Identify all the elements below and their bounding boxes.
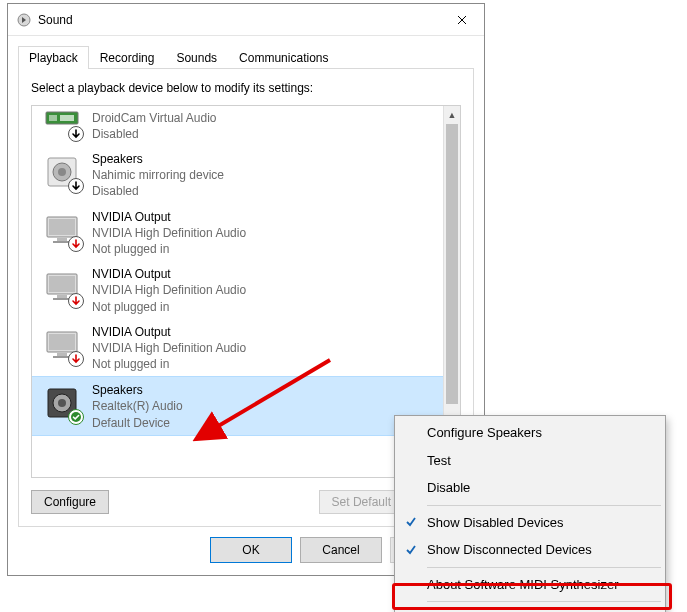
menu-item-about-midi[interactable]: About Software MIDI Synthesizer <box>397 571 663 599</box>
device-desc: NVIDIA High Definition Audio <box>92 282 246 298</box>
svg-point-21 <box>58 399 66 407</box>
device-status: Default Device <box>92 415 183 431</box>
device-name: Speakers <box>92 151 224 167</box>
scroll-up-icon[interactable]: ▲ <box>444 106 460 123</box>
status-badge-down-red-icon <box>68 351 84 367</box>
check-icon <box>403 514 419 530</box>
svg-rect-3 <box>60 115 74 121</box>
device-status: Not plugged in <box>92 241 246 257</box>
device-item[interactable]: DroidCam Virtual Audio Disabled <box>32 106 443 146</box>
menu-separator <box>427 601 661 602</box>
device-name: NVIDIA Output <box>92 266 246 282</box>
svg-rect-13 <box>57 295 67 298</box>
status-badge-down-icon <box>68 178 84 194</box>
device-text: NVIDIA Output NVIDIA High Definition Aud… <box>92 323 246 373</box>
device-name: NVIDIA Output <box>92 324 246 340</box>
svg-rect-17 <box>57 353 67 356</box>
titlebar: Sound <box>8 4 484 36</box>
svg-rect-2 <box>49 115 57 121</box>
device-item[interactable]: NVIDIA Output NVIDIA High Definition Aud… <box>32 319 443 377</box>
device-text: DroidCam Virtual Audio Disabled <box>92 109 217 142</box>
menu-label: About Software MIDI Synthesizer <box>427 577 618 592</box>
menu-item-disable[interactable]: Disable <box>397 474 663 502</box>
device-item[interactable]: NVIDIA Output NVIDIA High Definition Aud… <box>32 261 443 319</box>
device-text: NVIDIA Output NVIDIA High Definition Aud… <box>92 208 246 258</box>
menu-item-properties[interactable]: Properties <box>397 605 663 612</box>
svg-rect-12 <box>49 276 75 292</box>
device-status: Disabled <box>92 126 217 142</box>
menu-item-test[interactable]: Test <box>397 447 663 475</box>
configure-button[interactable]: Configure <box>31 490 109 514</box>
tab-label: Communications <box>239 51 328 65</box>
device-text: NVIDIA Output NVIDIA High Definition Aud… <box>92 265 246 315</box>
close-icon <box>457 12 467 28</box>
device-text: Speakers Realtek(R) Audio Default Device <box>92 381 183 431</box>
menu-item-show-disconnected[interactable]: Show Disconnected Devices <box>397 536 663 564</box>
device-desc: Realtek(R) Audio <box>92 398 183 414</box>
menu-label: Show Disabled Devices <box>427 515 564 530</box>
cancel-button[interactable]: Cancel <box>300 537 382 563</box>
tab-label: Recording <box>100 51 155 65</box>
set-default-button[interactable]: Set Default <box>319 490 403 514</box>
close-button[interactable] <box>440 4 484 35</box>
button-label: Configure <box>44 495 96 509</box>
button-label: Set Default <box>332 495 391 509</box>
svg-point-6 <box>58 168 66 176</box>
menu-separator <box>427 505 661 506</box>
instruction-text: Select a playback device below to modify… <box>31 81 461 95</box>
tab-recording[interactable]: Recording <box>89 46 166 69</box>
window-title: Sound <box>38 13 440 27</box>
device-icon-monitor <box>44 212 80 248</box>
tab-label: Playback <box>29 51 78 65</box>
button-label: Cancel <box>322 543 359 557</box>
device-status: Not plugged in <box>92 356 246 372</box>
tab-playback[interactable]: Playback <box>18 46 89 69</box>
device-name: NVIDIA Output <box>92 209 246 225</box>
menu-label: Test <box>427 453 451 468</box>
device-icon-monitor <box>44 269 80 305</box>
tab-label: Sounds <box>176 51 217 65</box>
tab-strip: Playback Recording Sounds Communications <box>8 36 484 69</box>
tab-sounds[interactable]: Sounds <box>165 46 228 69</box>
tab-communications[interactable]: Communications <box>228 46 339 69</box>
device-desc: NVIDIA High Definition Audio <box>92 340 246 356</box>
device-icon-monitor <box>44 327 80 363</box>
device-item[interactable]: NVIDIA Output NVIDIA High Definition Aud… <box>32 204 443 262</box>
device-list[interactable]: DroidCam Virtual Audio Disabled <box>32 106 443 477</box>
device-name: Speakers <box>92 382 183 398</box>
device-icon-speaker <box>44 385 80 421</box>
device-desc: NVIDIA High Definition Audio <box>92 225 246 241</box>
device-name: DroidCam Virtual Audio <box>92 110 217 126</box>
context-menu: Configure Speakers Test Disable Show Dis… <box>394 415 666 612</box>
status-badge-down-red-icon <box>68 293 84 309</box>
device-status: Not plugged in <box>92 299 246 315</box>
device-item[interactable]: Speakers Nahimic mirroring device Disabl… <box>32 146 443 204</box>
device-status: Disabled <box>92 183 224 199</box>
menu-label: Show Disconnected Devices <box>427 542 592 557</box>
menu-item-configure-speakers[interactable]: Configure Speakers <box>397 419 663 447</box>
check-icon <box>403 542 419 558</box>
device-icon-speaker <box>44 154 80 190</box>
svg-rect-9 <box>57 238 67 241</box>
status-badge-check-icon <box>68 409 84 425</box>
svg-rect-16 <box>49 334 75 350</box>
sound-title-icon <box>16 12 32 28</box>
status-badge-down-icon <box>68 126 84 142</box>
menu-label: Configure Speakers <box>427 425 542 440</box>
device-text: Speakers Nahimic mirroring device Disabl… <box>92 150 224 200</box>
menu-label: Disable <box>427 480 470 495</box>
button-label: OK <box>242 543 259 557</box>
device-icon-card <box>44 106 80 138</box>
scroll-thumb[interactable] <box>446 124 458 404</box>
device-desc: Nahimic mirroring device <box>92 167 224 183</box>
menu-item-show-disabled[interactable]: Show Disabled Devices <box>397 509 663 537</box>
ok-button[interactable]: OK <box>210 537 292 563</box>
status-badge-down-red-icon <box>68 236 84 252</box>
menu-separator <box>427 567 661 568</box>
svg-rect-8 <box>49 219 75 235</box>
device-item-selected[interactable]: Speakers Realtek(R) Audio Default Device <box>32 376 443 436</box>
